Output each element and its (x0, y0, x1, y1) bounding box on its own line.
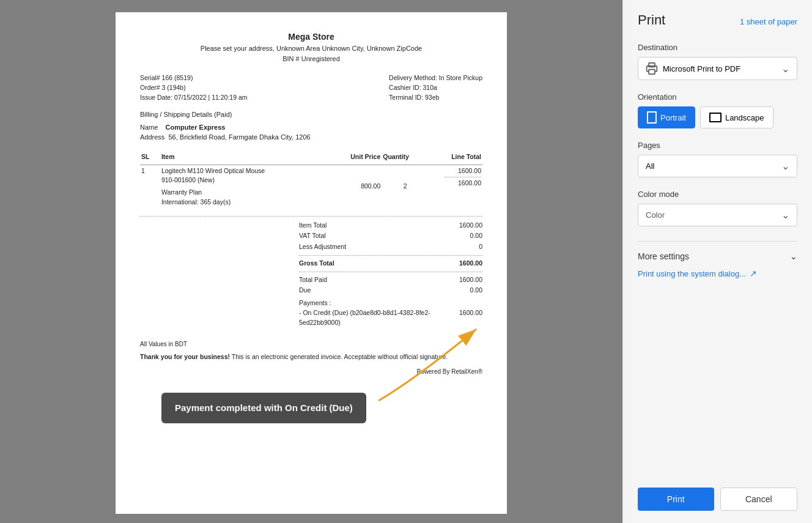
less-adj-row: Less Adjustment 0 (299, 242, 482, 253)
payment-annotation-tooltip: Payment completed with On Credit (Due) (161, 393, 366, 424)
more-settings-row[interactable]: More settings ⌄ (638, 251, 797, 261)
destination-chevron-icon: ⌄ (781, 63, 789, 75)
vat-total-label: VAT Total (299, 231, 446, 241)
serial-number: Serial# 166 (8519) (140, 73, 248, 83)
color-value: Color (646, 210, 665, 220)
store-address: Please set your address, Unknown Area Un… (140, 43, 482, 54)
orientation-label: Orientation (638, 92, 797, 102)
th-unit-price: Unit Price (321, 150, 382, 165)
more-settings-label: More settings (638, 251, 689, 261)
item-name-cell: Logitech M110 Wired Optical Mouse 910-00… (160, 165, 322, 209)
billing-name-row: Name Computer Express (140, 122, 482, 133)
billing-section: Billing / Shipping Details (Paid) Name C… (140, 109, 482, 143)
terminal-id: Terminal ID: 93eb (389, 93, 482, 103)
invoice-header: Mega Store Please set your address, Unkn… (140, 31, 482, 64)
print-panel: Print 1 sheet of paper Destination Micro… (622, 0, 812, 523)
billing-address-row: Address 56, Brickfield Road, Farmgate Dh… (140, 132, 482, 143)
pages-select[interactable]: All ⌄ (638, 155, 797, 177)
pages-section: Pages All ⌄ (638, 141, 797, 177)
th-quantity: Quantity (382, 150, 429, 165)
billing-name: Computer Express (166, 124, 226, 131)
pages-value: All (646, 161, 654, 171)
vat-total-value: 0.00 (446, 231, 482, 241)
line-prices: 1600.00 1600.00 (430, 166, 481, 189)
items-table: SL Item Unit Price Quantity Line Total 1… (140, 150, 482, 209)
item-warranty-detail: International: 365 day(s) (161, 198, 320, 207)
item-line-total-cell: 1600.00 1600.00 (429, 165, 482, 209)
address-label: Address (140, 133, 164, 141)
thank-you-bold: Thank you for your business! (140, 353, 230, 360)
color-select[interactable]: Color ⌄ (638, 204, 797, 226)
system-dialog-link[interactable]: Print using the system dialog... ↗ (638, 269, 797, 278)
paid-divider (299, 272, 482, 272)
invoice-meta-right: Delivery Method: In Store Pickup Cashier… (389, 73, 482, 102)
destination-select[interactable]: Microsoft Print to PDF ⌄ (638, 57, 797, 80)
name-label: Name (140, 124, 158, 131)
due-label: Due (299, 286, 446, 295)
total-paid-row: Total Paid 1600.00 (299, 275, 482, 286)
print-title: Print (638, 12, 665, 28)
less-adj-value: 0 (446, 242, 482, 252)
item-quantity: 2 (382, 165, 429, 209)
orientation-buttons: Portrait Landscape (638, 106, 797, 128)
color-mode-label: Color mode (638, 190, 797, 199)
gross-total-label: Gross Total (299, 259, 446, 269)
footer-note-text: This is an electronic generated invoice.… (230, 353, 448, 360)
total-paid-label: Total Paid (299, 275, 446, 285)
orientation-section: Orientation Portrait Landscape (638, 92, 797, 128)
footer-currency: All Values in BDT (140, 339, 482, 349)
payments-label: Payments : (299, 299, 482, 308)
billing-title: Billing / Shipping Details (Paid) (140, 109, 482, 120)
invoice-meta: Serial# 166 (8519) Order# 3 (194b) Issue… (140, 73, 482, 102)
system-dialog-label: Print using the system dialog... (638, 269, 746, 278)
landscape-button[interactable]: Landscape (700, 106, 773, 128)
destination-section: Destination Microsoft Print to PDF ⌄ (638, 43, 797, 80)
sheet-info: 1 sheet of paper (740, 17, 797, 26)
destination-value: Microsoft Print to PDF (663, 64, 740, 73)
cashier-id: Cashier ID: 310a (389, 83, 482, 93)
th-sl: SL (140, 150, 160, 165)
landscape-label: Landscape (725, 113, 764, 122)
destination-label: Destination (638, 43, 797, 52)
color-mode-section: Color mode Color ⌄ (638, 190, 797, 226)
th-line-total: Line Total (429, 150, 482, 165)
item-warranty: Warranty Plan (161, 188, 320, 198)
table-row: 1 Logitech M110 Wired Optical Mouse 910-… (140, 165, 482, 209)
footer-thank: Thank you for your business! This is an … (140, 352, 482, 362)
less-adj-label: Less Adjustment (299, 242, 446, 252)
external-link-icon: ↗ (750, 269, 757, 278)
store-name: Mega Store (140, 31, 482, 43)
bin-number: BIN # Unregistered (140, 54, 482, 64)
portrait-icon (647, 111, 657, 124)
gross-total-value: 1600.00 (446, 259, 482, 269)
print-button[interactable]: Print (638, 488, 714, 511)
portrait-label: Portrait (660, 113, 686, 122)
item-product-name: Logitech M110 Wired Optical Mouse (161, 166, 320, 176)
powered-by: Powered By RetailXen® (140, 367, 482, 376)
panel-divider (638, 241, 797, 242)
vat-total-row: VAT Total 0.00 (299, 231, 482, 242)
payments-section: Payments : - On Credit (Due) (b20ae8d0-b… (299, 299, 482, 327)
pages-label: Pages (638, 141, 797, 150)
order-number: Order# 3 (194b) (140, 83, 248, 93)
due-row: Due 0.00 (299, 285, 482, 296)
gross-total-row: Gross Total 1600.00 (299, 258, 482, 269)
line-price-1: 1600.00 (458, 166, 481, 176)
payment-row: - On Credit (Due) (b20ae8d0-b8d1-4382-8f… (299, 308, 482, 328)
cancel-button[interactable]: Cancel (720, 488, 798, 511)
billing-address: 56, Brickfield Road, Farmgate Dhaka City… (168, 133, 310, 141)
portrait-button[interactable]: Portrait (638, 106, 695, 128)
payment-detail: - On Credit (Due) (b20ae8d0-b8d1-4382-8f… (299, 308, 434, 328)
color-chevron-icon: ⌄ (781, 209, 789, 221)
line-price-2: 1600.00 (458, 179, 481, 188)
item-total-row: Item Total 1600.00 (299, 220, 482, 231)
printer-icon (646, 62, 658, 75)
item-total-label: Item Total (299, 221, 446, 231)
landscape-icon (709, 113, 722, 122)
issue-date: Issue Date: 07/15/2022 | 11:20:19 am (140, 93, 248, 103)
total-paid-value: 1600.00 (446, 275, 482, 285)
totals-section: Item Total 1600.00 VAT Total 0.00 Less A… (299, 220, 482, 297)
item-total-value: 1600.00 (446, 221, 482, 231)
pages-chevron-icon: ⌄ (781, 160, 789, 172)
due-value: 0.00 (446, 286, 482, 295)
